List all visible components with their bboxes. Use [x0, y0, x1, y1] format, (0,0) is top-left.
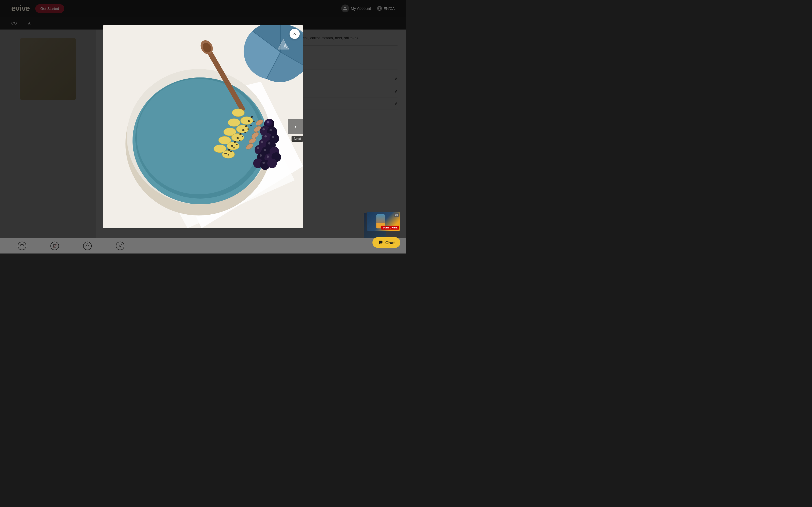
svg-point-54 — [247, 128, 249, 129]
svg-point-84 — [267, 121, 269, 123]
next-tooltip: Next — [292, 136, 303, 142]
youtube-subscribe-button[interactable]: SUBSCRIBE — [381, 226, 399, 230]
close-modal-button[interactable]: × — [290, 29, 300, 39]
svg-point-90 — [268, 142, 270, 145]
svg-point-33 — [241, 117, 253, 124]
svg-point-86 — [269, 129, 272, 131]
svg-point-93 — [260, 154, 262, 157]
svg-point-39 — [227, 142, 239, 150]
svg-text:A: A — [283, 43, 287, 49]
svg-point-60 — [231, 151, 232, 152]
svg-point-57 — [239, 140, 241, 141]
svg-point-94 — [267, 156, 269, 158]
chat-icon — [378, 240, 383, 245]
svg-point-58 — [236, 144, 238, 145]
svg-point-53 — [250, 125, 252, 126]
next-button-wrapper: › Next — [288, 119, 303, 134]
next-chevron-icon: › — [294, 123, 297, 131]
svg-point-88 — [272, 136, 274, 138]
next-button[interactable]: › — [288, 119, 303, 134]
chat-label: Chat — [386, 240, 395, 245]
svg-point-85 — [262, 128, 265, 130]
modal-image-scene: A — [103, 25, 303, 228]
svg-point-56 — [242, 136, 243, 137]
youtube-badge: 88 — [394, 213, 399, 217]
svg-point-61 — [227, 154, 229, 156]
svg-point-32 — [232, 109, 245, 117]
svg-point-52 — [253, 121, 255, 122]
svg-point-92 — [264, 149, 266, 151]
svg-point-55 — [245, 132, 246, 133]
svg-point-83 — [267, 159, 277, 168]
close-icon: × — [293, 31, 296, 37]
bowl-svg: A — [103, 25, 303, 228]
image-modal: × — [103, 25, 303, 228]
svg-point-87 — [264, 135, 267, 137]
svg-point-95 — [262, 162, 265, 164]
svg-point-51 — [224, 153, 227, 154]
youtube-widget[interactable]: 88 SUBSCRIBE — [366, 212, 400, 231]
svg-point-34 — [228, 119, 240, 126]
svg-point-91 — [257, 147, 259, 149]
svg-point-89 — [261, 141, 263, 143]
chat-button[interactable]: Chat — [372, 237, 400, 248]
svg-point-59 — [233, 147, 235, 149]
